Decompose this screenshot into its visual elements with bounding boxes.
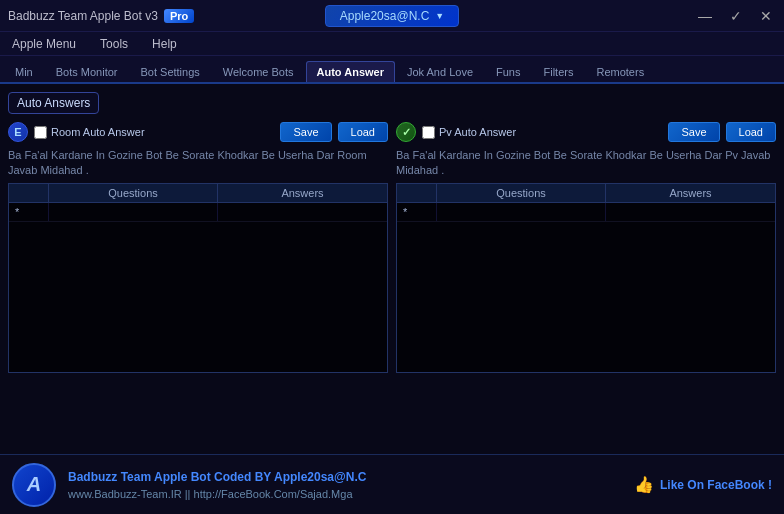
title-bar-center: Apple20sa@N.C	[264, 5, 520, 27]
pv-table-body: *	[397, 203, 775, 372]
menu-bar: Apple Menu Tools Help	[0, 32, 784, 56]
tab-filters[interactable]: Filters	[533, 61, 585, 82]
room-col1-header	[9, 184, 49, 202]
pv-row-question	[437, 203, 606, 221]
room-table-header: Questions Answers	[9, 184, 387, 203]
section-title: Auto Answers	[8, 92, 99, 114]
tab-funs[interactable]: Funs	[485, 61, 531, 82]
footer-website: www.Badbuzz-Team.IR || http://FaceBook.C…	[68, 488, 622, 500]
room-description: Ba Fa'al Kardane In Gozine Bot Be Sorate…	[8, 148, 388, 179]
pv-row-star: *	[397, 203, 437, 221]
pv-description: Ba Fa'al Kardane In Gozine Bot Be Sorate…	[396, 148, 776, 179]
title-bar-right: — ✓ ✕	[520, 6, 776, 26]
footer-logo: A	[12, 463, 56, 507]
pv-panel-header: ✓ Pv Auto Answer Save Load	[396, 122, 776, 142]
user-badge[interactable]: Apple20sa@N.C	[325, 5, 459, 27]
title-bar: Badbuzz Team Apple Bot v3 Pro Apple20sa@…	[0, 0, 784, 32]
menu-help[interactable]: Help	[148, 35, 181, 53]
room-panel-header: E Room Auto Answer Save Load	[8, 122, 388, 142]
menu-tools[interactable]: Tools	[96, 35, 132, 53]
footer-text: Badbuzz Team Apple Bot Coded BY Apple20s…	[68, 470, 622, 500]
tab-welcome-bots[interactable]: Welcome Bots	[212, 61, 305, 82]
tab-min[interactable]: Min	[4, 61, 44, 82]
like-label: Like On FaceBook !	[660, 478, 772, 492]
main-content: Auto Answers E Room Auto Answer Save Loa…	[0, 84, 784, 454]
room-icon: E	[8, 122, 28, 142]
pv-table-header: Questions Answers	[397, 184, 775, 203]
pv-save-button[interactable]: Save	[668, 122, 719, 142]
pv-data-table: Questions Answers *	[396, 183, 776, 373]
room-auto-answer-checkbox[interactable]	[34, 126, 47, 139]
room-row-star: *	[9, 203, 49, 221]
room-table-row: *	[9, 203, 387, 222]
room-col3-header: Answers	[218, 184, 387, 202]
room-load-button[interactable]: Load	[338, 122, 388, 142]
footer-credit: Badbuzz Team Apple Bot Coded BY Apple20s…	[68, 470, 622, 484]
pv-auto-answer-checkbox[interactable]	[422, 126, 435, 139]
pv-icon: ✓	[396, 122, 416, 142]
footer-like[interactable]: 👍 Like On FaceBook !	[634, 475, 772, 494]
room-checkbox-label[interactable]: Room Auto Answer	[34, 126, 145, 139]
pro-badge: Pro	[164, 9, 194, 23]
tab-bar: Min Bots Monitor Bot Settings Welcome Bo…	[0, 56, 784, 84]
tab-jok-and-love[interactable]: Jok And Love	[396, 61, 484, 82]
pv-col1-header	[397, 184, 437, 202]
room-row-answer	[218, 203, 387, 221]
pv-col3-header: Answers	[606, 184, 775, 202]
app-title: Badbuzz Team Apple Bot v3	[8, 9, 158, 23]
room-data-table: Questions Answers *	[8, 183, 388, 373]
pv-panel: ✓ Pv Auto Answer Save Load Ba Fa'al Kard…	[396, 122, 776, 476]
pv-load-button[interactable]: Load	[726, 122, 776, 142]
close-button[interactable]: ✕	[756, 6, 776, 26]
room-col2-header: Questions	[49, 184, 218, 202]
tab-auto-answer[interactable]: Auto Answer	[306, 61, 395, 82]
pv-col2-header: Questions	[437, 184, 606, 202]
user-name: Apple20sa@N.C	[340, 9, 430, 23]
pv-checkbox-label[interactable]: Pv Auto Answer	[422, 126, 516, 139]
title-bar-left: Badbuzz Team Apple Bot v3 Pro	[8, 9, 264, 23]
menu-apple[interactable]: Apple Menu	[8, 35, 80, 53]
room-row-question	[49, 203, 218, 221]
minimize-button[interactable]: —	[694, 6, 716, 26]
tab-bot-settings[interactable]: Bot Settings	[129, 61, 210, 82]
pv-row-answer	[606, 203, 775, 221]
room-save-button[interactable]: Save	[280, 122, 331, 142]
footer: A Badbuzz Team Apple Bot Coded BY Apple2…	[0, 454, 784, 514]
tab-bots-monitor[interactable]: Bots Monitor	[45, 61, 129, 82]
pv-table-row: *	[397, 203, 775, 222]
thumbs-up-icon: 👍	[634, 475, 654, 494]
room-panel: E Room Auto Answer Save Load Ba Fa'al Ka…	[8, 122, 388, 476]
check-button[interactable]: ✓	[726, 6, 746, 26]
room-table-body: *	[9, 203, 387, 372]
tab-remoters[interactable]: Remoters	[585, 61, 655, 82]
answers-grid: E Room Auto Answer Save Load Ba Fa'al Ka…	[8, 122, 776, 476]
